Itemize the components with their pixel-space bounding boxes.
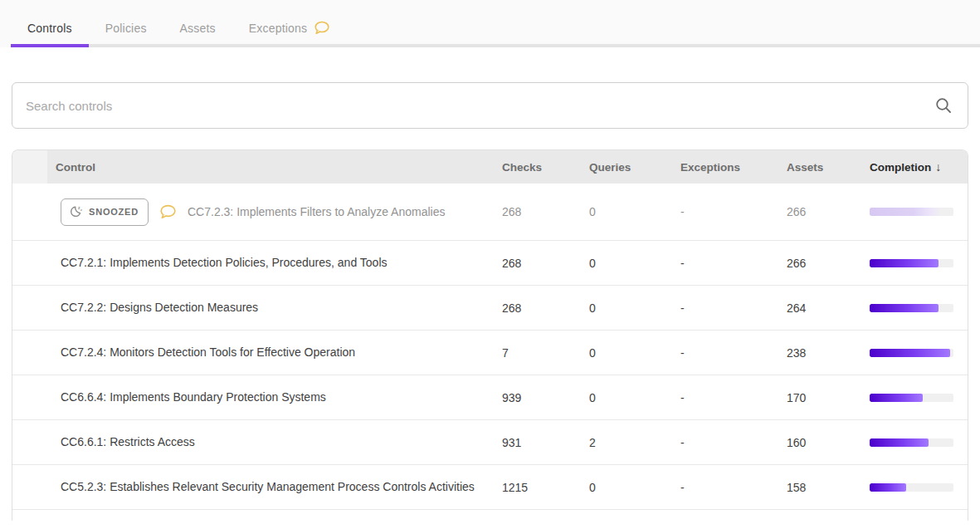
control-title: CC7.2.1: Implements Detection Policies, … <box>61 254 388 272</box>
control-title: CC7.2.2: Designs Detection Measures <box>61 299 258 316</box>
table-row[interactable]: CC7.2.1: Implements Detection Policies, … <box>12 240 968 285</box>
completion-bar <box>870 259 953 267</box>
table-row[interactable]: CC7.2.4: Monitors Detection Tools for Ef… <box>12 330 968 375</box>
exceptions-value: - <box>670 257 778 270</box>
tab-exceptions[interactable]: Exceptions <box>232 12 347 44</box>
assets-value: 160 <box>778 436 857 449</box>
col-header-completion[interactable]: Completion ↓ <box>857 160 968 174</box>
control-title: CC7.2.3: Implements Filters to Analyze A… <box>188 203 445 221</box>
exceptions-value: - <box>670 391 778 404</box>
queries-value: 0 <box>579 391 670 404</box>
exceptions-value: - <box>670 436 778 449</box>
completion-bar <box>870 483 953 492</box>
tab-controls-label: Controls <box>27 22 72 35</box>
completion-bar <box>870 394 953 402</box>
completion-bar <box>870 208 953 216</box>
exceptions-value: - <box>670 481 778 494</box>
comment-bubble-icon[interactable] <box>159 204 177 219</box>
queries-value: 0 <box>579 346 670 360</box>
assets-value: 170 <box>778 391 857 404</box>
completion-bar-fill <box>870 259 939 267</box>
checks-value: 268 <box>492 301 579 315</box>
completion-bar <box>870 349 953 357</box>
exceptions-value: - <box>670 346 778 360</box>
search-input[interactable] <box>12 83 934 128</box>
col-header-queries[interactable]: Queries <box>579 161 670 174</box>
tabs-bar: Controls Policies Assets Exceptions <box>0 0 980 47</box>
table-body: z z SNOOZED CC7.2.3: Implements Filters … <box>12 184 968 521</box>
assets-value: 266 <box>778 205 857 218</box>
col-header-exceptions[interactable]: Exceptions <box>670 161 778 174</box>
assets-value: 266 <box>778 257 857 270</box>
control-title: CC6.6.4: Implements Boundary Protection … <box>61 389 326 406</box>
queries-value: 0 <box>579 301 670 315</box>
assets-value: 158 <box>778 481 857 494</box>
search-icon[interactable] <box>934 96 953 115</box>
completion-bar <box>870 304 953 312</box>
checks-value: 1215 <box>492 481 579 494</box>
table-row[interactable]: CC7.2.2: Designs Detection Measures 268 … <box>12 285 968 330</box>
table-row-partial[interactable] <box>12 509 968 521</box>
exceptions-value: - <box>670 205 778 218</box>
completion-bar-fill <box>870 438 929 447</box>
checks-value: 931 <box>492 436 579 449</box>
table-row[interactable]: CC6.6.1: Restricts Access 931 2 - 160 <box>12 419 968 464</box>
control-title: CC7.2.4: Monitors Detection Tools for Ef… <box>61 344 355 361</box>
tab-policies[interactable]: Policies <box>89 12 163 44</box>
table-row[interactable]: z z SNOOZED CC7.2.3: Implements Filters … <box>12 184 968 240</box>
checks-value: 268 <box>492 257 579 270</box>
tab-exceptions-label: Exceptions <box>249 22 307 35</box>
svg-text:z: z <box>80 208 82 212</box>
exceptions-value: - <box>670 301 778 315</box>
queries-value: 0 <box>579 205 670 218</box>
tab-policies-label: Policies <box>105 22 147 35</box>
queries-value: 0 <box>579 481 670 494</box>
controls-table: Control Checks Queries Exceptions Assets… <box>12 149 968 521</box>
header-gutter <box>12 150 47 184</box>
col-header-control[interactable]: Control <box>47 161 492 174</box>
col-header-checks[interactable]: Checks <box>492 161 579 174</box>
snoozed-badge-label: SNOOZED <box>89 203 139 221</box>
completion-bar-fill <box>870 349 950 357</box>
queries-value: 2 <box>579 436 670 449</box>
assets-value: 238 <box>778 346 857 360</box>
tab-assets-label: Assets <box>180 22 216 35</box>
table-header: Control Checks Queries Exceptions Assets… <box>12 150 968 184</box>
control-title: CC5.2.3: Establishes Relevant Security M… <box>61 478 475 496</box>
checks-value: 7 <box>492 346 579 360</box>
queries-value: 0 <box>579 257 670 270</box>
checks-value: 939 <box>492 391 579 404</box>
col-header-completion-label: Completion <box>870 161 931 174</box>
completion-bar <box>870 438 953 447</box>
assets-value: 264 <box>778 301 857 315</box>
tab-assets[interactable]: Assets <box>163 12 232 44</box>
completion-bar-fill <box>870 394 923 402</box>
snoozed-badge: z z SNOOZED <box>61 198 149 226</box>
checks-value: 268 <box>492 205 579 218</box>
completion-bar-fill <box>870 483 906 492</box>
completion-bar-fill <box>870 208 941 216</box>
completion-bar-fill <box>870 304 939 312</box>
control-title: CC6.6.1: Restricts Access <box>61 433 195 451</box>
table-row[interactable]: CC6.6.4: Implements Boundary Protection … <box>12 375 968 419</box>
comment-bubble-icon <box>314 21 330 35</box>
col-header-assets[interactable]: Assets <box>778 161 857 174</box>
snooze-moon-icon: z z <box>69 205 83 218</box>
search-box <box>12 82 968 129</box>
sort-desc-icon: ↓ <box>935 160 941 174</box>
tab-controls[interactable]: Controls <box>11 12 89 44</box>
table-row[interactable]: CC5.2.3: Establishes Relevant Security M… <box>12 464 968 509</box>
